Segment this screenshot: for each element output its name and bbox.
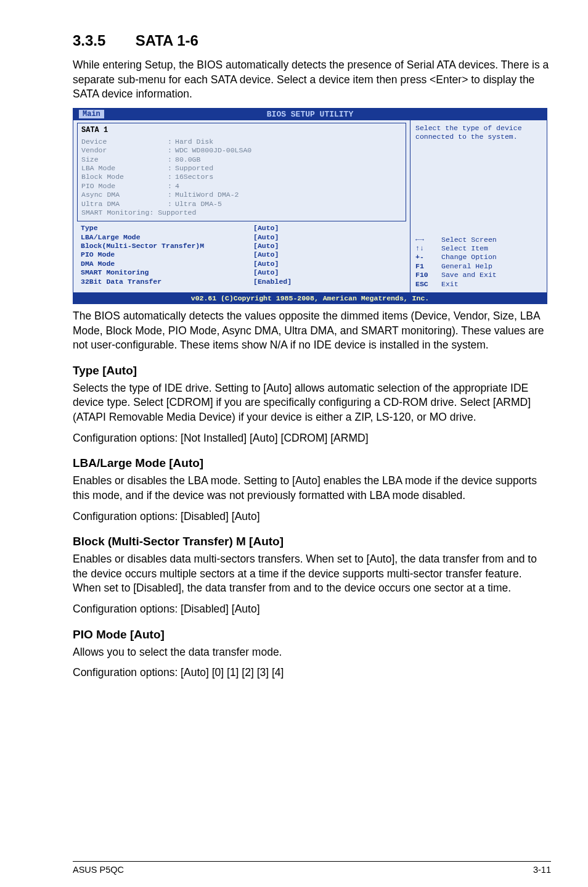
bios-sata-header: SATA 1 bbox=[81, 126, 402, 135]
bios-legend-row: ESCExit bbox=[415, 280, 542, 289]
bios-title-text: BIOS SETUP UTILITY bbox=[267, 110, 353, 119]
after-bios-paragraph: The BIOS automatically detects the value… bbox=[73, 309, 551, 353]
bios-legend-row: F10Save and Exit bbox=[415, 271, 542, 279]
bios-info-label: LBA Mode bbox=[81, 164, 168, 173]
bios-info-label: Ultra DMA bbox=[81, 200, 168, 208]
section-number: 3.3.5 bbox=[73, 32, 131, 49]
bios-legend-key: +- bbox=[415, 253, 436, 262]
body-paragraph: Enables or disables the LBA mode. Settin… bbox=[73, 474, 551, 503]
bios-options-list: Type[Auto]LBA/Large Mode[Auto]Block(Mult… bbox=[77, 223, 406, 289]
body-paragraph: Enables or disables data multi-sectors t… bbox=[73, 552, 551, 596]
bios-option-value: [Auto] bbox=[253, 250, 279, 259]
bios-option-value: [Auto] bbox=[253, 224, 279, 233]
bios-title-bar: Main BIOS SETUP UTILITY bbox=[73, 108, 547, 120]
bios-info-row: Vendor:WDC WD800JD-00LSA0 bbox=[81, 146, 402, 155]
bios-screenshot: Main BIOS SETUP UTILITY SATA 1 Device:Ha… bbox=[73, 108, 547, 304]
bios-legend-row: F1General Help bbox=[415, 262, 542, 271]
page-footer: ASUS P5QC 3-11 bbox=[73, 861, 551, 875]
bios-help-text: Select the type of device connected to t… bbox=[415, 124, 542, 142]
subsection-heading: Type [Auto] bbox=[73, 364, 551, 377]
bios-info-value: 80.0GB bbox=[175, 155, 200, 164]
bios-info-row: PIO Mode:4 bbox=[81, 182, 402, 191]
bios-left-panel: SATA 1 Device:Hard DiskVendor:WDC WD800J… bbox=[73, 120, 410, 292]
page: 3.3.5 SATA 1-6 While entering Setup, the… bbox=[0, 0, 588, 887]
bios-legend-text: Exit bbox=[441, 280, 459, 289]
body-paragraph: Configuration options: [Not Installed] [… bbox=[73, 431, 551, 446]
body-paragraph: Configuration options: [Disabled] [Auto] bbox=[73, 510, 551, 524]
bios-legend-row: ←→Select Screen bbox=[415, 236, 542, 244]
footer-page-number: 3-11 bbox=[533, 865, 551, 875]
bios-info-cell: SMART Monitoring: Supported bbox=[81, 208, 196, 217]
bios-legend-row: +-Change Option bbox=[415, 253, 542, 262]
body-paragraph: Allows you to select the data transfer m… bbox=[73, 645, 551, 660]
bios-legend-text: Select Screen bbox=[441, 236, 497, 244]
bios-option-row: LBA/Large Mode[Auto] bbox=[81, 233, 402, 242]
bios-info-row: SMART Monitoring: Supported bbox=[81, 208, 402, 217]
bios-legend-text: Select Item bbox=[441, 244, 488, 253]
footer-product: ASUS P5QC bbox=[73, 865, 124, 875]
bios-option-label: DMA Mode bbox=[81, 260, 253, 268]
bios-option-value: [Auto] bbox=[253, 233, 279, 242]
bios-option-label: SMART Monitoring bbox=[81, 268, 253, 277]
bios-option-label: Type bbox=[81, 224, 253, 233]
bios-legend-key: ↑↓ bbox=[415, 244, 436, 253]
bios-option-value: [Auto] bbox=[253, 242, 279, 250]
bios-footer: v02.61 (C)Copyright 1985-2008, American … bbox=[73, 292, 547, 304]
body-paragraph: Configuration options: [Disabled] [Auto] bbox=[73, 602, 551, 617]
bios-info-label: Size bbox=[81, 155, 168, 164]
bios-option-value: [Auto] bbox=[253, 268, 279, 277]
bios-option-label: LBA/Large Mode bbox=[81, 233, 253, 242]
subsection-heading: PIO Mode [Auto] bbox=[73, 628, 551, 642]
subsection-heading: LBA/Large Mode [Auto] bbox=[73, 456, 551, 470]
bios-info-row: Async DMA:MultiWord DMA-2 bbox=[81, 191, 402, 199]
bios-legend-key: ESC bbox=[415, 280, 436, 289]
bios-option-label: Block(Multi-Sector Transfer)M bbox=[81, 242, 253, 250]
bios-legend-text: General Help bbox=[441, 262, 492, 271]
bios-legend-key: ←→ bbox=[415, 236, 436, 244]
bios-info-label: Block Mode bbox=[81, 173, 168, 181]
bios-right-panel: Select the type of device connected to t… bbox=[410, 120, 547, 292]
subsection-heading: Block (Multi-Sector Transfer) M [Auto] bbox=[73, 535, 551, 548]
bios-option-row: PIO Mode[Auto] bbox=[81, 250, 402, 259]
bios-info-label: Vendor bbox=[81, 146, 168, 155]
bios-legend-text: Change Option bbox=[441, 253, 497, 262]
bios-legend-text: Save and Exit bbox=[441, 271, 497, 279]
bios-info-label: PIO Mode bbox=[81, 182, 168, 191]
bios-info-row: Device:Hard Disk bbox=[81, 138, 402, 146]
content-area: 3.3.5 SATA 1-6 While entering Setup, the… bbox=[73, 32, 551, 849]
bios-option-value: [Auto] bbox=[253, 260, 279, 268]
bios-option-label: 32Bit Data Transfer bbox=[81, 278, 253, 286]
body-paragraph: Configuration options: [Auto] [0] [1] [2… bbox=[73, 666, 551, 680]
bios-legend-key: F1 bbox=[415, 262, 436, 271]
bios-device-info-box: SATA 1 Device:Hard DiskVendor:WDC WD800J… bbox=[77, 123, 406, 221]
arrow-up-down-icon: ↑↓ bbox=[415, 244, 424, 253]
section-title-text: SATA 1-6 bbox=[136, 32, 198, 49]
bios-option-row: Block(Multi-Sector Transfer)M[Auto] bbox=[81, 242, 402, 250]
bios-option-value: [Enabled] bbox=[253, 278, 292, 286]
bios-info-row: Size:80.0GB bbox=[81, 155, 402, 164]
bios-info-value: Hard Disk bbox=[175, 138, 213, 146]
section-heading: 3.3.5 SATA 1-6 bbox=[73, 32, 551, 49]
bios-option-row: Type[Auto] bbox=[81, 224, 402, 233]
intro-paragraph: While entering Setup, the BIOS automatic… bbox=[73, 58, 551, 102]
bios-body: SATA 1 Device:Hard DiskVendor:WDC WD800J… bbox=[73, 120, 547, 292]
bios-tab-main: Main bbox=[78, 109, 105, 118]
bios-info-row: Ultra DMA:Ultra DMA-5 bbox=[81, 200, 402, 208]
bios-info-label: Async DMA bbox=[81, 191, 168, 199]
bios-option-row: 32Bit Data Transfer[Enabled] bbox=[81, 278, 402, 286]
bios-info-value: Ultra DMA-5 bbox=[175, 200, 222, 208]
bios-option-row: SMART Monitoring[Auto] bbox=[81, 268, 402, 277]
arrow-left-right-icon: ←→ bbox=[415, 236, 424, 244]
bios-legend-row: ↑↓Select Item bbox=[415, 244, 542, 253]
bios-legend-key: F10 bbox=[415, 271, 436, 279]
bios-info-value: 16Sectors bbox=[175, 173, 213, 181]
bios-option-label: PIO Mode bbox=[81, 250, 253, 259]
bios-option-row: DMA Mode[Auto] bbox=[81, 260, 402, 268]
bios-info-row: Block Mode:16Sectors bbox=[81, 173, 402, 181]
bios-info-value: Supported bbox=[175, 164, 213, 173]
bios-info-label: Device bbox=[81, 138, 168, 146]
bios-info-value: MultiWord DMA-2 bbox=[175, 191, 239, 199]
bios-info-row: LBA Mode:Supported bbox=[81, 164, 402, 173]
bios-info-value: WDC WD800JD-00LSA0 bbox=[175, 146, 251, 155]
body-paragraph: Selects the type of IDE drive. Setting t… bbox=[73, 381, 551, 425]
